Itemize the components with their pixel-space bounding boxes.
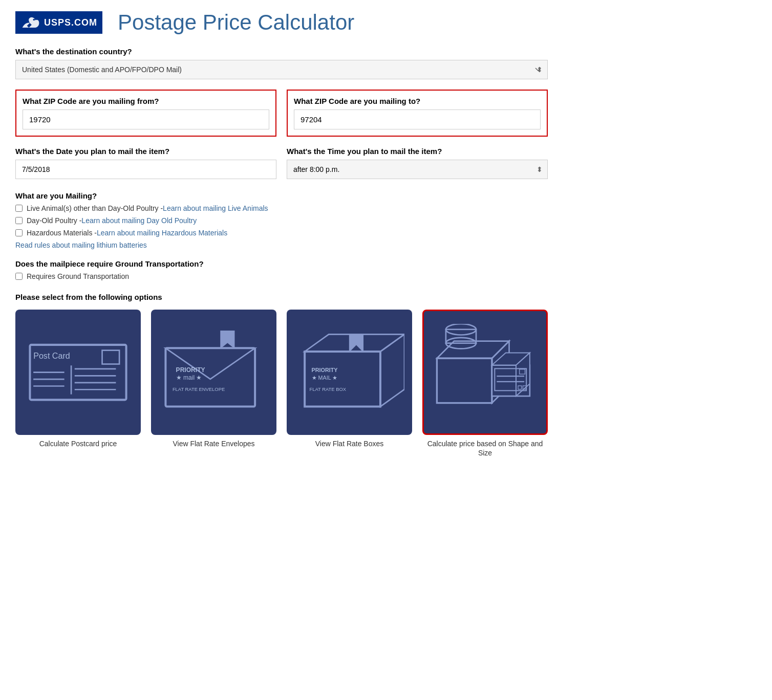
ground-section: Does the mailpiece require Ground Transp… [15, 259, 548, 280]
time-group: What's the Time you plan to mail the ite… [287, 147, 548, 179]
svg-text:FLAT RATE BOX: FLAT RATE BOX [310, 386, 347, 392]
mailing-section: What are you Mailing? Live Animal(s) oth… [15, 191, 548, 249]
svg-text:PRIORITY: PRIORITY [176, 367, 205, 374]
hazmat-row: Hazardous Materials - Learn about mailin… [15, 229, 548, 237]
postcard-card[interactable]: Post Card [15, 310, 141, 435]
day-old-poultry-checkbox[interactable] [15, 217, 23, 224]
date-label: What's the Date you plan to mail the ite… [15, 147, 276, 156]
svg-marker-21 [380, 335, 404, 407]
date-group: What's the Date you plan to mail the ite… [15, 147, 276, 179]
svg-text:★ MAIL ★: ★ MAIL ★ [312, 375, 338, 381]
destination-select-wrapper: United States (Domestic and APO/FPO/DPO … [15, 60, 548, 79]
ground-transport-text: Requires Ground Transportation [27, 272, 129, 280]
time-select-wrapper: after 8:00 p.m.before 8:00 p.m.12:00 p.m… [287, 160, 548, 179]
usps-logo: USPS.COM [15, 11, 102, 34]
ground-label: Does the mailpiece require Ground Transp… [15, 259, 548, 268]
svg-point-1 [33, 19, 35, 21]
zip-from-label: What ZIP Code are you mailing from? [23, 97, 269, 105]
lithium-batteries-link[interactable]: Read rules about mailing lithium batteri… [15, 241, 548, 249]
usps-logo-text: USPS.COM [44, 17, 97, 28]
shape-size-card[interactable] [422, 310, 548, 435]
flat-rate-envelope-card[interactable]: PRIORITY ★ mail ★ FLAT RATE ENVELOPE [151, 310, 276, 435]
flat-rate-box-icon: PRIORITY ★ MAIL ★ FLAT RATE BOX [294, 327, 404, 417]
svg-marker-15 [221, 331, 234, 348]
hazmat-link[interactable]: Learn about mailing Hazardous Materials [97, 229, 227, 237]
flat-rate-envelope-label: View Flat Rate Envelopes [173, 439, 254, 448]
svg-text:PRIORITY: PRIORITY [312, 367, 338, 374]
postcard-icon: Post Card [23, 331, 133, 413]
options-grid: Post Card Calculate Postcard price [15, 310, 548, 457]
ground-checkbox-row: Requires Ground Transportation [15, 272, 548, 280]
day-old-poultry-text: Day-Old Poultry - [27, 216, 81, 225]
svg-rect-3 [102, 351, 120, 364]
ground-transport-checkbox[interactable] [15, 273, 23, 280]
options-label: Please select from the following options [15, 293, 548, 301]
options-section: Please select from the following options [15, 293, 548, 457]
shape-size-label: Calculate price based on Shape and Size [422, 439, 548, 457]
page-title: Postage Price Calculator [118, 10, 354, 35]
mailing-label: What are you Mailing? [15, 191, 548, 200]
destination-country-group: What's the destination country? United S… [15, 47, 548, 79]
zip-to-input[interactable] [294, 110, 541, 129]
time-select[interactable]: after 8:00 p.m.before 8:00 p.m.12:00 p.m… [287, 160, 548, 179]
shape-size-option[interactable]: Calculate price based on Shape and Size [422, 310, 548, 457]
date-input[interactable] [15, 160, 276, 179]
page-header: USPS.COM Postage Price Calculator [15, 10, 548, 35]
zip-from-box: What ZIP Code are you mailing from? [15, 90, 276, 137]
destination-select[interactable]: United States (Domestic and APO/FPO/DPO … [15, 60, 548, 79]
zip-from-input[interactable] [23, 110, 269, 129]
day-old-poultry-link[interactable]: Learn about mailing Day Old Poultry [81, 216, 197, 225]
zip-to-box: What ZIP Code are you mailing to? [287, 90, 548, 137]
time-label: What's the Time you plan to mail the ite… [287, 147, 548, 156]
shape-size-icon [430, 324, 540, 420]
svg-text:FLAT RATE ENVELOPE: FLAT RATE ENVELOPE [173, 386, 225, 392]
live-animals-link[interactable]: Learn about mailing Live Animals [163, 204, 268, 212]
hazmat-text: Hazardous Materials - [27, 229, 97, 237]
destination-label: What's the destination country? [15, 47, 548, 56]
zip-codes-row: What ZIP Code are you mailing from? What… [15, 90, 548, 137]
live-animals-text: Live Animal(s) other than Day-Old Poultr… [27, 204, 163, 212]
postcard-option[interactable]: Post Card Calculate Postcard price [15, 310, 141, 457]
flat-rate-box-label: View Flat Rate Boxes [315, 439, 384, 448]
live-animals-row: Live Animal(s) other than Day-Old Poultr… [15, 204, 548, 212]
flat-rate-envelope-option[interactable]: PRIORITY ★ mail ★ FLAT RATE ENVELOPE Vie… [151, 310, 276, 457]
hazmat-checkbox[interactable] [15, 229, 23, 236]
svg-text:Post Card: Post Card [33, 351, 70, 360]
svg-text:★ mail ★: ★ mail ★ [176, 374, 202, 381]
flat-rate-box-option[interactable]: PRIORITY ★ MAIL ★ FLAT RATE BOX View Fla… [287, 310, 412, 457]
zip-to-label: What ZIP Code are you mailing to? [294, 97, 541, 105]
svg-marker-22 [350, 335, 363, 352]
svg-rect-26 [437, 359, 492, 403]
flat-rate-envelope-icon: PRIORITY ★ mail ★ FLAT RATE ENVELOPE [159, 327, 269, 417]
day-old-poultry-row: Day-Old Poultry - Learn about mailing Da… [15, 216, 548, 225]
usps-logo-box: USPS.COM [15, 11, 102, 34]
postcard-label: Calculate Postcard price [39, 439, 117, 448]
usps-eagle-icon [20, 14, 41, 31]
flat-rate-box-card[interactable]: PRIORITY ★ MAIL ★ FLAT RATE BOX [287, 310, 412, 435]
date-time-row: What's the Date you plan to mail the ite… [15, 147, 548, 181]
live-animals-checkbox[interactable] [15, 205, 23, 212]
